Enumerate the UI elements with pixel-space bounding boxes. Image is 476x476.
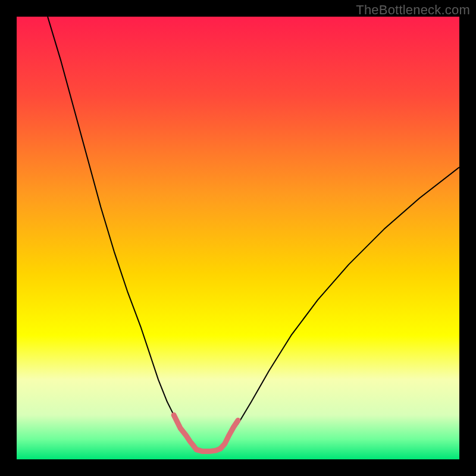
series-bottom-handle bbox=[196, 449, 220, 451]
chart-svg bbox=[17, 17, 459, 459]
watermark-text: TheBottleneck.com bbox=[356, 2, 470, 18]
chart-frame: TheBottleneck.com bbox=[0, 0, 476, 476]
chart-background bbox=[17, 17, 459, 459]
chart-plot-area bbox=[17, 17, 459, 459]
